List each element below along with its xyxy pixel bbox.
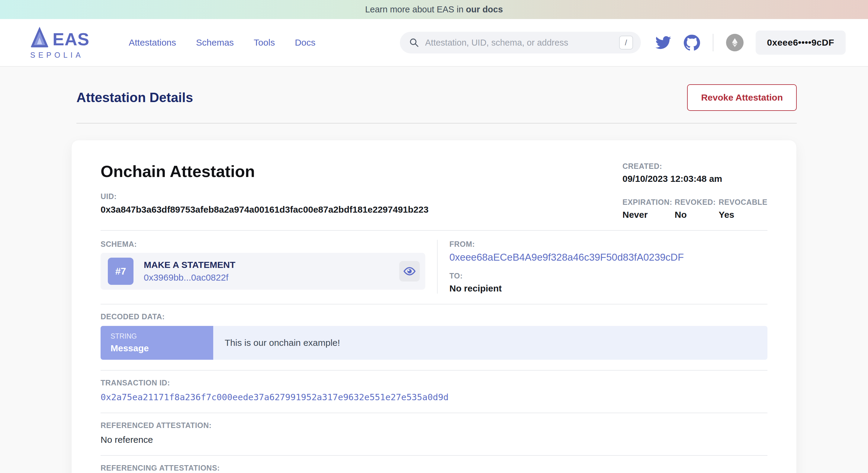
ethereum-network-icon[interactable]	[726, 34, 744, 51]
revoked-value: No	[675, 210, 719, 220]
eye-icon	[403, 265, 416, 278]
eas-logo[interactable]: EAS SEPOLIA	[30, 26, 89, 60]
main-content: Attestation Details Revoke Attestation O…	[0, 67, 868, 473]
page-title: Attestation Details	[76, 90, 193, 105]
revocable-label: REVOCABLE	[719, 198, 768, 207]
revocable-value: Yes	[719, 210, 768, 220]
section-divider	[100, 455, 768, 456]
from-label: FROM:	[450, 240, 768, 249]
header: EAS SEPOLIA Attestations Schemas Tools D…	[0, 19, 868, 67]
transaction-id-label: TRANSACTION ID:	[100, 378, 768, 387]
nav-docs[interactable]: Docs	[295, 37, 315, 48]
attestation-type-title: Onchain Attestation	[100, 162, 429, 181]
main-nav: Attestations Schemas Tools Docs	[129, 37, 315, 48]
from-address-link[interactable]: 0xeee68aECeB4A9e9f328a46c39F50d83fA0239c…	[450, 252, 768, 263]
twitter-icon[interactable]	[655, 35, 671, 51]
decoded-field-name: Message	[111, 343, 213, 353]
search-input[interactable]	[425, 38, 619, 48]
banner-text: Learn more about EAS in our docs	[365, 4, 503, 14]
wallet-address-button[interactable]: 0xeee6••••9cDF	[756, 31, 846, 55]
banner-docs-link[interactable]: our docs	[466, 4, 503, 14]
section-divider	[100, 304, 768, 305]
section-divider	[100, 370, 768, 371]
section-divider	[100, 413, 768, 413]
schema-name: MAKE A STATEMENT	[144, 260, 235, 270]
decoded-field-type: STRING	[111, 332, 213, 340]
schema-uid-short[interactable]: 0x3969bb...0ac0822f	[144, 273, 235, 283]
schema-card[interactable]: #7 MAKE A STATEMENT 0x3969bb...0ac0822f	[100, 253, 425, 290]
revoked-label: REVOKED:	[675, 198, 719, 207]
nav-schemas[interactable]: Schemas	[196, 37, 234, 48]
attestation-card: Onchain Attestation UID: 0x3a847b3a63df8…	[71, 140, 797, 473]
logo-network-label: SEPOLIA	[30, 51, 89, 60]
referenced-attestation-label: REFERENCED ATTESTATION:	[100, 421, 768, 430]
banner-text-static: Learn more about EAS in	[365, 4, 466, 14]
github-icon[interactable]	[684, 34, 700, 51]
referencing-attestations-label: REFERENCING ATTESTATIONS:	[100, 464, 768, 472]
eas-pyramid-icon	[30, 26, 49, 48]
docs-banner: Learn more about EAS in our docs	[0, 0, 868, 19]
section-divider	[100, 230, 768, 231]
decoded-data-row: STRING Message This is our onchain examp…	[100, 326, 768, 360]
view-schema-button[interactable]	[399, 261, 420, 282]
decoded-data-label: DECODED DATA:	[100, 312, 768, 321]
schema-label: SCHEMA:	[100, 240, 425, 249]
expiration-label: EXPIRATION:	[622, 198, 675, 207]
search-icon	[409, 37, 419, 48]
transaction-id-link[interactable]: 0x2a75ea21171f8a236f7c000eede37a62799195…	[100, 392, 768, 402]
uid-value: 0x3a847b3a63df89753afeb8a2a974a00161d3fa…	[100, 204, 429, 215]
decoded-field-key: STRING Message	[100, 326, 213, 360]
schema-number-badge: #7	[108, 258, 133, 285]
vertical-divider	[437, 240, 438, 293]
uid-label: UID:	[100, 192, 429, 201]
referenced-attestation-value: No reference	[100, 435, 768, 445]
to-label: TO:	[450, 272, 768, 280]
nav-attestations[interactable]: Attestations	[129, 37, 176, 48]
search-bar[interactable]: /	[400, 32, 641, 54]
decoded-field-value: This is our onchain example!	[213, 326, 768, 360]
nav-tools[interactable]: Tools	[254, 37, 275, 48]
revoke-attestation-button[interactable]: Revoke Attestation	[687, 84, 797, 111]
header-divider	[713, 34, 713, 51]
created-label: CREATED:	[622, 162, 768, 171]
logo-wordmark: EAS	[53, 31, 89, 48]
to-value: No recipient	[450, 283, 768, 293]
expiration-value: Never	[622, 210, 675, 220]
slash-shortcut-key: /	[619, 36, 633, 50]
title-divider	[76, 123, 797, 124]
created-value: 09/10/2023 12:03:48 am	[622, 174, 768, 184]
